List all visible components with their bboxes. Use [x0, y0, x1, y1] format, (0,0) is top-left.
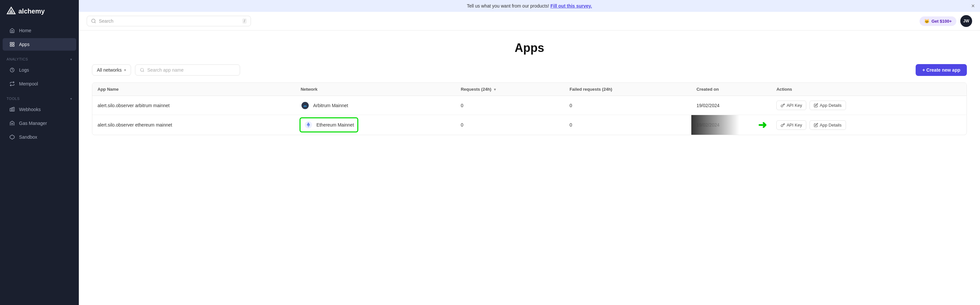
table-row: alert.silo.observer ethereum mainnet	[92, 115, 967, 135]
apps-table: App Name Network Requests (24h) ▾ Failed…	[92, 83, 967, 135]
get-rewards-button[interactable]: 🐱 Get $100+	[920, 16, 956, 26]
main-content: Tell us what you want from our products!…	[79, 0, 980, 305]
sidebar-item-logs-label: Logs	[19, 67, 29, 73]
sidebar-item-apps-label: Apps	[19, 42, 30, 47]
tools-section[interactable]: Tools ▾	[0, 91, 79, 102]
app-name-cell: alert.silo.observer arbitrum mainnet	[92, 96, 295, 115]
logs-icon	[9, 67, 15, 73]
search-box[interactable]: Search /	[87, 16, 251, 26]
app-name-cell: alert.silo.observer ethereum mainnet	[92, 115, 295, 135]
app-details-button-row2[interactable]: App Details	[810, 120, 846, 130]
col-actions: Actions	[771, 83, 967, 96]
svg-rect-2	[10, 42, 12, 44]
banner-text: Tell us what you want from our products!	[467, 3, 549, 8]
page-title: Apps	[92, 41, 967, 55]
analytics-section[interactable]: Analytics ▾	[0, 51, 79, 63]
edit-icon	[814, 103, 818, 107]
create-app-button[interactable]: + Create new app	[916, 64, 967, 76]
app-search-box[interactable]: Search app name	[135, 64, 240, 76]
network-filter-label: All networks	[97, 67, 121, 73]
requests-sort-icon: ▾	[494, 88, 496, 91]
svg-rect-3	[13, 42, 14, 44]
app-search-icon	[140, 68, 145, 72]
search-icon	[91, 18, 96, 24]
analytics-chevron-icon: ▾	[70, 57, 72, 61]
sidebar-item-gas-manager-label: Gas Manager	[19, 121, 47, 126]
ethereum-network-icon	[304, 120, 313, 129]
sidebar-item-mempool[interactable]: Mempool	[3, 78, 76, 90]
sidebar-item-webhooks[interactable]: Webhooks	[3, 103, 76, 116]
header-right: 🐱 Get $100+ JW	[920, 15, 972, 27]
sidebar-item-home-label: Home	[19, 28, 31, 33]
sidebar-item-sandbox-label: Sandbox	[19, 134, 37, 140]
webhooks-icon	[9, 107, 15, 112]
search-kbd-hint: /	[242, 18, 247, 24]
sandbox-icon	[9, 134, 15, 140]
app-details-button[interactable]: App Details	[810, 101, 846, 110]
sidebar-item-apps[interactable]: Apps	[3, 38, 76, 51]
sidebar-item-sandbox[interactable]: Sandbox	[3, 131, 76, 143]
svg-rect-5	[13, 45, 14, 46]
col-network: Network	[295, 83, 455, 96]
emoji-sparkle: 🐱	[924, 19, 929, 24]
apps-table-container: App Name Network Requests (24h) ▾ Failed…	[92, 83, 967, 135]
sidebar-item-webhooks-label: Webhooks	[19, 107, 41, 112]
logo-text: alchemy	[18, 8, 45, 15]
api-key-button-row2[interactable]: API Key	[776, 120, 806, 130]
arbitrum-network-icon	[301, 101, 310, 110]
col-failed-requests: Failed requests (24h)	[564, 83, 691, 96]
create-btn-label: + Create new app	[922, 67, 960, 73]
created-on-cell: 19/02/2024	[691, 96, 772, 115]
mempool-icon	[9, 81, 15, 87]
table-header: App Name Network Requests (24h) ▾ Failed…	[92, 83, 967, 96]
app-search-placeholder: Search app name	[147, 67, 184, 73]
network-filter[interactable]: All networks ▾	[92, 64, 131, 76]
user-avatar[interactable]: JW	[960, 15, 972, 27]
alchemy-logo-icon	[6, 6, 16, 16]
sidebar-item-logs[interactable]: Logs	[3, 64, 76, 76]
actions-cell: API Key App Details	[771, 96, 967, 115]
svg-line-14	[143, 71, 144, 72]
banner-link[interactable]: Fill out this survey.	[550, 3, 592, 8]
banner-close-button[interactable]: ×	[971, 3, 975, 10]
search-placeholder: Search	[99, 18, 113, 24]
page-content: Apps All networks ▾ Search app name + Cr…	[79, 30, 980, 305]
survey-banner: Tell us what you want from our products!…	[79, 0, 980, 12]
sidebar: alchemy Home Apps Analytics ▾ Logs Mempo…	[0, 0, 79, 305]
svg-point-11	[92, 19, 95, 23]
green-arrow-indicator: ➜	[758, 119, 767, 131]
network-filter-chevron-icon: ▾	[124, 68, 126, 72]
edit-icon-row2	[814, 123, 818, 127]
actions-cell: ➜ API Key App Details	[771, 115, 967, 135]
failed-requests-cell: 0	[564, 115, 691, 135]
requests-cell: 0	[455, 96, 564, 115]
svg-rect-4	[10, 45, 12, 46]
col-app-name: App Name	[92, 83, 295, 96]
apps-toolbar: All networks ▾ Search app name + Create …	[92, 64, 967, 76]
sidebar-item-mempool-label: Mempool	[19, 81, 38, 86]
col-requests[interactable]: Requests (24h) ▾	[455, 83, 564, 96]
apps-icon	[9, 42, 15, 47]
requests-cell: 0	[455, 115, 564, 135]
api-key-button[interactable]: API Key	[776, 101, 806, 110]
sidebar-item-home[interactable]: Home	[3, 24, 76, 37]
table-body: alert.silo.observer arbitrum mainnet	[92, 96, 967, 135]
failed-requests-cell: 0	[564, 96, 691, 115]
tools-chevron-icon: ▾	[70, 97, 72, 101]
home-icon	[9, 28, 15, 34]
header: Search / 🐱 Get $100+ JW	[79, 12, 980, 30]
gas-manager-icon	[9, 120, 15, 126]
svg-marker-10	[10, 135, 14, 139]
sidebar-item-gas-manager[interactable]: Gas Manager	[3, 117, 76, 129]
svg-point-15	[301, 102, 309, 109]
table-row: alert.silo.observer arbitrum mainnet	[92, 96, 967, 115]
svg-point-13	[140, 69, 143, 71]
key-icon-row2	[781, 123, 785, 127]
svg-line-12	[95, 22, 95, 23]
logo[interactable]: alchemy	[0, 0, 79, 24]
network-cell-highlighted: Ethereum Mainnet	[295, 115, 455, 135]
svg-rect-8	[11, 108, 13, 112]
col-created-on: Created on	[691, 83, 772, 96]
network-cell: Arbitrum Mainnet	[295, 96, 455, 115]
key-icon	[781, 103, 785, 107]
